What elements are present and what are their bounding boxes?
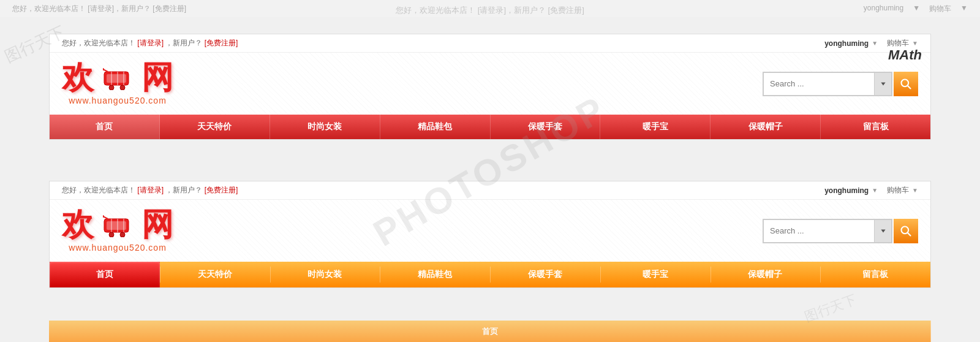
nav-warm-hat-1[interactable]: 保暖帽子: [710, 115, 821, 139]
header-2: 欢 网 www.huangou520.com: [50, 200, 930, 262]
math-label: MAth: [888, 47, 922, 63]
nav-guestbook-1[interactable]: 留言板: [821, 115, 930, 139]
welcome-msg-1: 您好，欢迎光临本店！ [请登录] ，新用户？ [免费注册]: [62, 38, 238, 48]
welcome-msg-2: 您好，欢迎光临本店！ [请登录] ，新用户？ [免费注册]: [62, 185, 238, 196]
svg-line-21: [908, 232, 911, 235]
search-input-1[interactable]: [764, 73, 874, 95]
cart-icon-2: [103, 214, 132, 237]
nav-fashion-women-1[interactable]: 时尚女装: [270, 115, 380, 139]
partial-nav-bottom: 首页: [49, 321, 931, 342]
username-arrow-2: ▼: [872, 187, 878, 194]
site-container-1: 您好，欢迎光临本店！ [请登录] ，新用户？ [免费注册] yonghuming…: [49, 34, 931, 140]
site-container-2: 您好，欢迎光临本店！ [请登录] ，新用户？ [免费注册] yonghuming…: [49, 181, 931, 288]
top-bar-1: 您好，欢迎光临本店！ [请登录] ，新用户？ [免费注册] yonghuming…: [50, 34, 930, 53]
username-arrow-1: ▼: [872, 40, 878, 47]
ghost-user-area: yonghuming ▼ 购物车 ▼: [864, 4, 968, 14]
search-submit-btn-1[interactable]: [894, 72, 918, 96]
nav-guestbook-2[interactable]: 留言板: [820, 262, 930, 287]
nav-hand-warmer-1[interactable]: 暖手宝: [600, 115, 710, 139]
logo-right-2: 网: [141, 207, 173, 242]
header-1: 欢 网 www.huangou520.com: [50, 53, 930, 115]
nav-bar-1: 首页 天天特价 时尚女装 精品鞋包 保暖手套 暖手宝 保暖帽子 留言板: [50, 115, 930, 139]
user-controls-2: yonghuming ▼ 购物车 ▼: [824, 185, 918, 196]
partial-nav-home[interactable]: 首页: [49, 321, 931, 342]
nav-home-1[interactable]: 首页: [50, 115, 160, 139]
logo-area-2: 欢 网 www.huangou520.com: [62, 209, 173, 253]
svg-rect-12: [107, 221, 126, 230]
nav-daily-deals-2[interactable]: 天天特价: [160, 262, 270, 287]
nav-daily-deals-1[interactable]: 天天特价: [160, 115, 270, 139]
register-link-1[interactable]: [免费注册]: [205, 39, 238, 47]
logo-left: 欢: [62, 60, 94, 95]
logo-area-1: 欢 网 www.huangou520.com: [62, 62, 173, 105]
ghost-username: yonghuming: [864, 4, 903, 14]
logo-subtitle-1: www.huangou520.com: [69, 96, 167, 105]
username-display-1: yonghuming: [824, 39, 869, 48]
logo-text-1: 欢 网: [62, 62, 173, 94]
ghost-welcome: 您好，欢迎光临本店！ [请登录]，新用户？ [免费注册]: [12, 4, 186, 14]
logo-subtitle-2: www.huangou520.com: [69, 243, 167, 253]
nav-shoes-bags-1[interactable]: 精品鞋包: [380, 115, 491, 139]
ps-watermark-top: 您好，欢迎光临本店！ [请登录]，新用户？ [免费注册]: [396, 5, 584, 16]
cart-icon-1: [103, 67, 132, 90]
nav-fashion-women-2[interactable]: 时尚女装: [270, 262, 380, 287]
svg-point-5: [109, 85, 114, 90]
search-input-2[interactable]: [764, 220, 874, 242]
register-link-2[interactable]: [免费注册]: [205, 186, 238, 194]
svg-rect-1: [107, 74, 126, 83]
cart-arrow-2: ▼: [912, 187, 918, 194]
search-input-wrap-1: [763, 72, 892, 96]
search-area-1: [763, 72, 918, 96]
svg-line-10: [908, 85, 911, 88]
cart-label-2: 购物车: [887, 185, 909, 196]
nav-shoes-bags-2[interactable]: 精品鞋包: [380, 262, 490, 287]
login-link-1[interactable]: [请登录]: [137, 39, 164, 47]
nav-hand-warmer-2[interactable]: 暖手宝: [600, 262, 710, 287]
svg-point-17: [120, 232, 125, 237]
nav-warm-hat-2[interactable]: 保暖帽子: [710, 262, 821, 287]
nav-home-2[interactable]: 首页: [50, 262, 160, 287]
search-dropdown-btn-2[interactable]: [874, 220, 891, 242]
logo-right: 网: [141, 60, 173, 95]
username-display-2: yonghuming: [824, 186, 869, 195]
search-area-2: [763, 219, 918, 243]
logo-left-2: 欢: [62, 207, 94, 242]
search-submit-btn-2[interactable]: [894, 219, 918, 243]
nav-bar-2: 首页 天天特价 时尚女装 精品鞋包 保暖手套 暖手宝 保暖帽子 留言板: [50, 262, 930, 287]
login-link-2[interactable]: [请登录]: [137, 186, 164, 194]
svg-point-6: [120, 85, 125, 90]
nav-warm-gloves-2[interactable]: 保暖手套: [490, 262, 600, 287]
search-input-wrap-2: [763, 219, 892, 243]
svg-point-16: [109, 232, 114, 237]
logo-text-2: 欢 网: [62, 209, 173, 241]
search-dropdown-btn-1[interactable]: [874, 73, 891, 95]
cart-arrow-1: ▼: [912, 40, 918, 47]
ghost-cart: 购物车: [929, 4, 951, 14]
